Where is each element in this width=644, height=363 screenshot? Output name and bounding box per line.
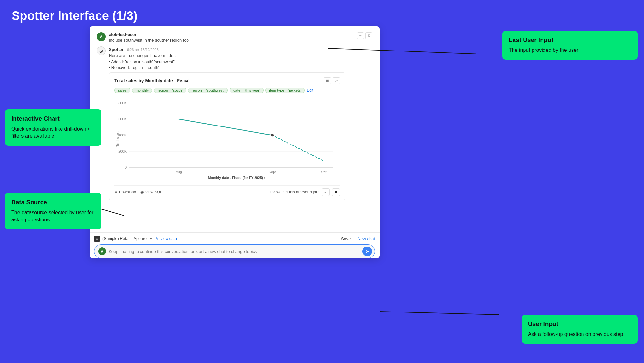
annotation-last-user-input-text: The input provided by the user <box>509 47 631 54</box>
input-avatar: A <box>98 247 106 255</box>
message-actions: ✏ ⧉ <box>357 32 372 39</box>
chart-title: Total sales by Monthly date - Fiscal <box>114 78 190 83</box>
datasource-name: (Sample) Retail - Apparel <box>102 237 148 241</box>
eye-icon: ◉ <box>140 190 144 194</box>
input-row: A ➤ <box>94 244 375 258</box>
chart-data-point[interactable] <box>271 134 274 137</box>
chart-title-row: Total sales by Monthly date - Fiscal ⊞ ⤢ <box>114 77 340 84</box>
annotation-interactive-chart-text: Quick explorations like drill-down / fil… <box>11 126 95 140</box>
spotter-changes: Added: 'region = 'south' 'southwest'' Re… <box>109 60 345 70</box>
chart-table-icon[interactable]: ⊞ <box>324 77 331 84</box>
chart-footer: ⬇ Download ◉ View SQL Did we get this an… <box>114 185 340 196</box>
send-button[interactable]: ➤ <box>362 247 372 256</box>
annotation-last-user-input: Last User Input The input provided by th… <box>502 31 638 60</box>
chart-container: Total sales by Monthly date - Fiscal ⊞ ⤢… <box>109 72 345 200</box>
svg-line-19 <box>380 312 499 315</box>
annotation-user-input-text: Ask a follow-up question on previous ste… <box>528 331 631 338</box>
spotter-time: 6:26 am 15/10/2025 <box>127 48 159 51</box>
download-button[interactable]: ⬇ Download <box>114 190 136 194</box>
feedback-section: Did we get this answer right? ✓ ✕ <box>270 188 340 196</box>
annotation-data-source: Data Source The datasource selected by u… <box>5 193 101 229</box>
chat-area: A alok-test-user Include southwest in th… <box>90 26 380 232</box>
filter-tag-monthly[interactable]: monthly <box>132 88 152 93</box>
edit-filters-link[interactable]: Edit <box>307 88 313 93</box>
save-button[interactable]: Save <box>341 237 351 241</box>
download-icon: ⬇ <box>114 190 118 194</box>
svg-text:0: 0 <box>125 165 127 169</box>
svg-text:200K: 200K <box>118 149 127 153</box>
user-message: A alok-test-user Include southwest in th… <box>97 32 372 42</box>
annotation-user-input-title: User Input <box>528 321 631 328</box>
close-feedback-button[interactable]: ✕ <box>332 188 340 196</box>
chart-svg: 800K 600K 400K 200K 0 Total sales <box>114 97 340 181</box>
copy-message-button[interactable]: ⧉ <box>365 32 372 39</box>
view-sql-button[interactable]: ◉ View SQL <box>140 190 162 194</box>
svg-text:Sept: Sept <box>269 170 276 174</box>
user-avatar: A <box>97 32 106 41</box>
annotation-data-source-title: Data Source <box>11 199 95 206</box>
svg-text:Oct: Oct <box>321 170 326 174</box>
filter-tag-date[interactable]: date = 'this year' <box>230 88 264 93</box>
chat-input[interactable] <box>109 249 360 254</box>
feedback-question: Did we get this answer right? <box>270 190 319 194</box>
spotter-avatar: ◎ <box>97 46 106 55</box>
datasource-arrow: ▾ <box>150 237 152 241</box>
chart-icon-buttons: ⊞ ⤢ <box>324 77 340 84</box>
main-panel: A alok-test-user Include southwest in th… <box>90 26 380 258</box>
spotter-name: Spotter <box>109 47 124 52</box>
annotation-interactive-chart-title: Interactive Chart <box>11 115 95 122</box>
chart-expand-icon[interactable]: ⤢ <box>333 77 340 84</box>
spotter-message-content: Spotter 6:26 am 15/10/2025 Here are the … <box>109 46 345 204</box>
spotter-intro: Here are the changes I have made : <box>109 53 345 58</box>
filter-tag-item-type[interactable]: item type = 'jackets' <box>265 88 305 93</box>
user-message-content: alok-test-user Include southwest in the … <box>109 32 354 42</box>
change-item-1: Added: 'region = 'south' 'southwest'' <box>109 60 345 64</box>
svg-text:600K: 600K <box>118 117 127 121</box>
datasource-icon: ⊞ <box>94 236 100 242</box>
thumbs-up-button[interactable]: ✓ <box>322 188 330 196</box>
chart-svg-wrapper: 800K 600K 400K 200K 0 Total sales <box>114 97 340 182</box>
filter-tags: sales monthly region = 'south' region = … <box>114 88 340 93</box>
filter-tag-region-south[interactable]: region = 'south' <box>154 88 186 93</box>
new-chat-button[interactable]: + New chat <box>354 237 375 241</box>
page-title: Spotter Interface (1/3) <box>12 9 138 23</box>
chart-footer-left: ⬇ Download ◉ View SQL <box>114 190 162 194</box>
spotter-message: ◎ Spotter 6:26 am 15/10/2025 Here are th… <box>97 46 372 204</box>
annotation-user-input: User Input Ask a follow-up question on p… <box>522 315 638 344</box>
bottom-bar: ⊞ (Sample) Retail - Apparel ▾ Preview da… <box>90 232 380 258</box>
datasource-actions: Save + New chat <box>341 237 375 241</box>
preview-data-link[interactable]: Preview data <box>155 237 177 241</box>
connector-user-input <box>90 305 541 337</box>
filter-tag-region-southwest[interactable]: region = 'southwest' <box>188 88 228 93</box>
edit-message-button[interactable]: ✏ <box>357 32 364 39</box>
annotation-interactive-chart: Interactive Chart Quick explorations lik… <box>5 109 101 146</box>
svg-text:400K: 400K <box>118 133 127 137</box>
svg-text:Aug: Aug <box>176 170 182 174</box>
svg-text:Monthly date - Fiscal (for FY : Monthly date - Fiscal (for FY 2025) ↑ <box>208 176 265 180</box>
filter-tag-sales[interactable]: sales <box>114 88 130 93</box>
datasource-row: ⊞ (Sample) Retail - Apparel ▾ Preview da… <box>94 236 375 242</box>
change-item-2: Removed: 'region = 'south'' <box>109 65 345 70</box>
user-message-text: Include southwest in the souther region … <box>109 38 354 42</box>
annotation-data-source-text: The datasource selected by user for aski… <box>11 209 95 224</box>
annotation-last-user-input-title: Last User Input <box>509 36 631 43</box>
svg-text:800K: 800K <box>118 101 127 105</box>
user-name: alok-test-user <box>109 32 354 37</box>
svg-text:Total sales: Total sales <box>116 131 120 146</box>
